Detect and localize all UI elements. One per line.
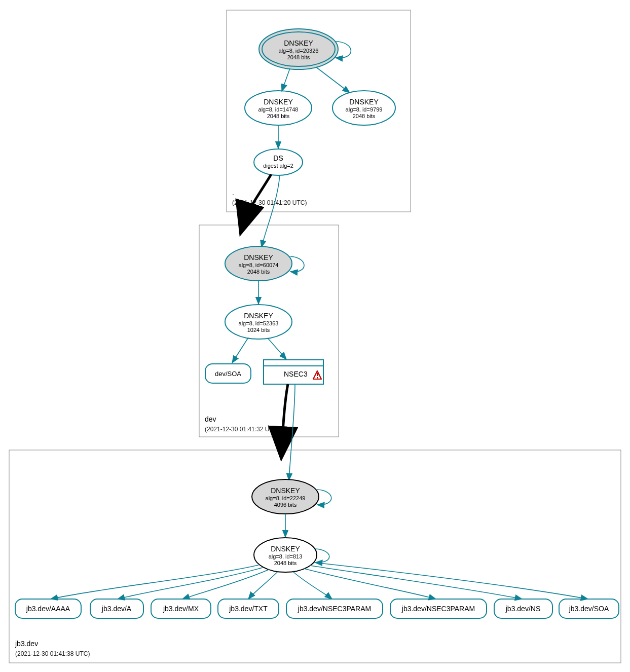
node-dev-zsk: DNSKEY alg=8, id=52363 1024 bits	[225, 305, 292, 339]
svg-rect-30	[317, 377, 318, 379]
leaf-mx: jb3.dev/MX	[151, 599, 211, 618]
node-dev-soa: dev/SOA	[205, 364, 251, 383]
svg-text:alg=8, id=14748: alg=8, id=14748	[258, 106, 299, 113]
svg-text:jb3.dev/SOA: jb3.dev/SOA	[569, 605, 609, 613]
edge-zsk-mx	[182, 570, 269, 599]
svg-text:DNSKEY: DNSKEY	[271, 545, 300, 553]
node-root-zsk1: DNSKEY alg=8, id=14748 2048 bits	[245, 91, 312, 125]
edge-zsk-n3p2	[304, 569, 436, 599]
svg-text:2048 bits: 2048 bits	[267, 113, 290, 119]
svg-text:jb3.dev/NSEC3PARAM: jb3.dev/NSEC3PARAM	[298, 605, 371, 613]
svg-text:2048 bits: 2048 bits	[287, 54, 310, 60]
svg-text:4096 bits: 4096 bits	[274, 502, 297, 508]
svg-text:DNSKEY: DNSKEY	[264, 98, 293, 106]
svg-point-13	[254, 149, 303, 175]
selfloop-jb3-ksk	[317, 490, 331, 505]
svg-text:jb3.dev/A: jb3.dev/A	[101, 605, 132, 613]
zone-label-jb3: jb3.dev	[15, 640, 38, 648]
leaf-n3p1: jb3.dev/NSEC3PARAM	[286, 599, 383, 618]
svg-text:DNSKEY: DNSKEY	[244, 253, 273, 262]
svg-text:DNSKEY: DNSKEY	[284, 39, 313, 47]
svg-text:2048 bits: 2048 bits	[353, 113, 376, 119]
leaf-ns: jb3.dev/NS	[494, 599, 552, 618]
svg-rect-29	[317, 373, 318, 376]
node-dev-nsec3: NSEC3	[264, 360, 323, 384]
leaf-a: jb3.dev/A	[90, 599, 143, 618]
svg-text:alg=8, id=20326: alg=8, id=20326	[279, 48, 319, 54]
svg-text:dev/SOA: dev/SOA	[215, 370, 241, 378]
edge-rootksk-zsk1	[282, 68, 290, 91]
zone-time-dev: (2021-12-30 01:41:32 UTC)	[205, 426, 279, 433]
selfloop-dev-ksk	[290, 256, 304, 272]
zone-time-jb3: (2021-12-30 01:41:38 UTC)	[15, 650, 90, 657]
svg-text:DNSKEY: DNSKEY	[271, 487, 300, 495]
leaf-n3p2: jb3.dev/NSEC3PARAM	[390, 599, 487, 618]
svg-text:jb3.dev/AAAA: jb3.dev/AAAA	[26, 605, 70, 613]
svg-text:NSEC3: NSEC3	[284, 370, 308, 378]
edge-devzsk-nsec3	[268, 338, 286, 359]
svg-text:DNSKEY: DNSKEY	[349, 98, 379, 106]
svg-text:alg=8, id=60074: alg=8, id=60074	[239, 262, 279, 268]
leaf-aaaa: jb3.dev/AAAA	[15, 599, 81, 618]
svg-text:alg=8, id=52363: alg=8, id=52363	[239, 320, 279, 326]
node-jb3-zsk: DNSKEY alg=8, id=813 2048 bits	[254, 538, 317, 572]
svg-text:jb3.dev/NS: jb3.dev/NS	[505, 605, 540, 613]
edge-devzsk-soa	[232, 338, 248, 363]
edge-nsec3-jb3zone-thick	[282, 384, 288, 449]
zone-time-root: (2021-12-30 01:41:20 UTC)	[232, 199, 307, 206]
dnssec-diagram: . (2021-12-30 01:41:20 UTC) DNSKEY alg=8…	[0, 0, 630, 672]
svg-text:DNSKEY: DNSKEY	[244, 312, 273, 320]
node-root-ksk: DNSKEY alg=8, id=20326 2048 bits	[259, 29, 338, 69]
edge-zsk-aaaa	[51, 565, 258, 599]
svg-text:alg=8, id=22249: alg=8, id=22249	[266, 495, 306, 501]
svg-text:2048 bits: 2048 bits	[274, 560, 297, 566]
svg-text:alg=8, id=813: alg=8, id=813	[269, 553, 303, 559]
node-root-zsk2: DNSKEY alg=8, id=9799 2048 bits	[332, 91, 395, 125]
zone-label-dev: dev	[205, 415, 216, 423]
svg-text:DS: DS	[273, 154, 283, 162]
edge-rootksk-zsk2	[316, 67, 350, 93]
svg-text:1024 bits: 1024 bits	[247, 327, 270, 333]
node-root-ds: DS digest alg=2	[254, 149, 303, 175]
edge-zsk-a	[118, 568, 263, 599]
selfloop-jb3-zsk	[315, 549, 329, 563]
zone-label-root: .	[232, 189, 234, 197]
leaf-txt: jb3.dev/TXT	[218, 599, 279, 618]
svg-text:2048 bits: 2048 bits	[247, 269, 270, 275]
leaf-soa: jb3.dev/SOA	[559, 599, 619, 618]
svg-text:jb3.dev/MX: jb3.dev/MX	[163, 605, 199, 613]
leaf-row: jb3.dev/AAAA jb3.dev/A jb3.dev/MX jb3.de…	[15, 599, 619, 618]
node-jb3-ksk: DNSKEY alg=8, id=22249 4096 bits	[252, 479, 319, 514]
edge-zsk-n3p1	[293, 572, 332, 599]
node-dev-ksk: DNSKEY alg=8, id=60074 2048 bits	[225, 246, 292, 281]
svg-text:alg=8, id=9799: alg=8, id=9799	[346, 106, 383, 113]
edge-nsec3-jb3ksk	[289, 384, 295, 480]
svg-text:jb3.dev/NSEC3PARAM: jb3.dev/NSEC3PARAM	[401, 605, 475, 613]
svg-text:digest alg=2: digest alg=2	[263, 163, 293, 169]
svg-text:jb3.dev/TXT: jb3.dev/TXT	[229, 605, 268, 613]
